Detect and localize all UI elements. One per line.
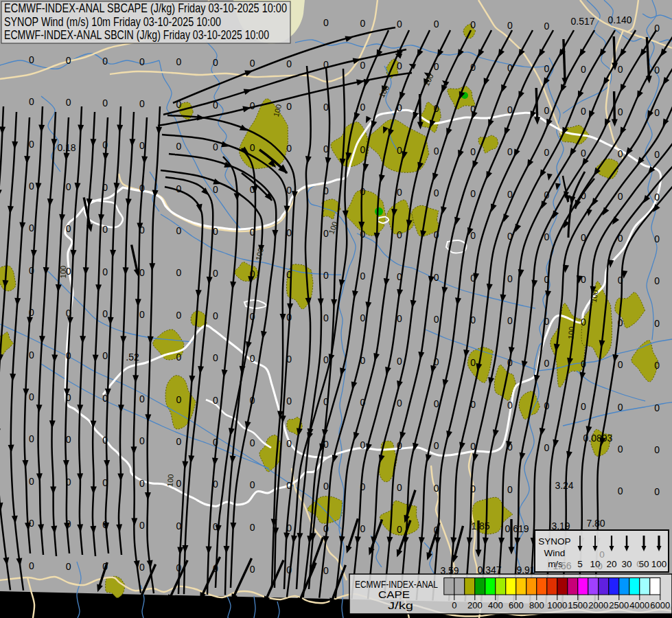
- svg-text:0: 0: [176, 352, 182, 363]
- svg-text:.52: .52: [126, 352, 139, 363]
- svg-text:0: 0: [581, 401, 586, 412]
- svg-text:Wind: Wind: [544, 548, 566, 558]
- svg-text:0: 0: [544, 358, 550, 369]
- svg-text:0: 0: [581, 64, 586, 75]
- svg-text:0: 0: [654, 149, 660, 160]
- svg-text:0: 0: [176, 436, 182, 447]
- svg-text:0: 0: [470, 314, 476, 325]
- svg-text:1000: 1000: [547, 600, 567, 610]
- svg-text:0: 0: [507, 20, 513, 31]
- svg-text:0: 0: [397, 145, 402, 156]
- svg-text:0: 0: [102, 393, 108, 404]
- svg-text:0: 0: [544, 147, 550, 158]
- svg-text:0: 0: [470, 19, 476, 30]
- svg-text:0: 0: [434, 525, 439, 536]
- svg-text:0: 0: [213, 563, 218, 574]
- svg-text:0: 0: [213, 521, 218, 532]
- svg-text:0: 0: [139, 267, 145, 278]
- svg-text:0: 0: [176, 394, 182, 405]
- svg-text:0: 0: [176, 267, 182, 278]
- svg-text:0: 0: [507, 189, 513, 200]
- svg-text:0: 0: [434, 272, 439, 283]
- svg-text:0: 0: [66, 518, 71, 529]
- svg-text:0: 0: [29, 139, 34, 150]
- svg-text:0: 0: [470, 273, 476, 284]
- svg-text:0: 0: [323, 565, 329, 576]
- svg-text:2000: 2000: [588, 600, 608, 610]
- svg-text:0.140: 0.140: [607, 14, 632, 25]
- svg-text:0: 0: [654, 65, 660, 76]
- svg-text:0.18: 0.18: [57, 142, 76, 153]
- svg-text:0: 0: [360, 397, 366, 408]
- svg-text:0: 0: [581, 190, 586, 201]
- svg-text:0: 0: [213, 57, 218, 68]
- svg-text:0: 0: [397, 482, 402, 493]
- svg-text:0: 0: [213, 310, 218, 321]
- svg-text:100: 100: [165, 474, 175, 487]
- svg-text:0: 0: [434, 398, 439, 409]
- svg-text:0: 0: [213, 268, 218, 279]
- svg-text:0: 0: [176, 225, 182, 236]
- svg-text:0: 0: [250, 437, 255, 448]
- svg-text:0: 0: [618, 402, 623, 413]
- svg-text:0: 0: [250, 142, 255, 153]
- svg-text:0: 0: [102, 308, 108, 319]
- svg-text:0: 0: [139, 435, 145, 446]
- svg-text:0: 0: [618, 106, 623, 117]
- svg-text:0: 0: [139, 140, 145, 151]
- svg-text:100: 100: [651, 559, 667, 569]
- svg-text:600: 600: [509, 600, 524, 610]
- svg-text:0: 0: [618, 148, 623, 159]
- svg-text:0: 0: [397, 19, 402, 30]
- svg-text:0: 0: [434, 103, 439, 114]
- svg-text:0: 0: [654, 486, 660, 497]
- svg-text:0: 0: [29, 54, 34, 65]
- svg-text:0: 0: [654, 402, 660, 413]
- svg-text:0: 0: [213, 141, 218, 152]
- svg-text:0: 0: [29, 391, 34, 402]
- svg-text:0: 0: [636, 559, 642, 569]
- svg-text:0: 0: [213, 184, 218, 195]
- svg-text:0: 0: [102, 139, 108, 150]
- svg-text:0: 0: [29, 307, 34, 318]
- svg-text:0: 0: [29, 181, 34, 192]
- svg-text:0: 0: [29, 476, 34, 487]
- svg-text:0: 0: [470, 230, 476, 241]
- svg-text:0: 0: [618, 64, 623, 75]
- svg-text:0: 0: [470, 104, 476, 115]
- svg-text:J/kg: J/kg: [388, 600, 413, 611]
- svg-text:0: 0: [139, 393, 145, 404]
- svg-text:0: 0: [654, 444, 660, 455]
- svg-text:0: 0: [250, 353, 255, 364]
- svg-text:0: 0: [29, 222, 34, 233]
- svg-text:0: 0: [250, 564, 255, 575]
- svg-text:0: 0: [286, 438, 292, 449]
- svg-text:200: 200: [467, 600, 483, 610]
- svg-text:0: 0: [66, 308, 71, 319]
- svg-text:0: 0: [618, 275, 623, 286]
- svg-text:0: 0: [654, 360, 660, 371]
- svg-text:0: 0: [581, 274, 586, 285]
- svg-text:0: 0: [654, 275, 660, 286]
- svg-text:0: 0: [397, 524, 402, 535]
- svg-text:0: 0: [434, 19, 439, 30]
- svg-text:0: 0: [434, 356, 439, 367]
- svg-text:0: 0: [581, 232, 586, 243]
- svg-text:0: 0: [507, 273, 513, 284]
- svg-text:0: 0: [507, 357, 513, 368]
- svg-text:0: 0: [323, 396, 329, 407]
- svg-text:0: 0: [397, 313, 402, 324]
- svg-text:0: 0: [470, 483, 476, 494]
- svg-text:1.85: 1.85: [471, 520, 489, 531]
- svg-text:0: 0: [360, 355, 366, 366]
- svg-text:0: 0: [360, 60, 366, 71]
- svg-text:0: 0: [323, 481, 329, 492]
- svg-text:0: 0: [581, 148, 586, 159]
- svg-text:0: 0: [176, 56, 182, 67]
- svg-text:0: 0: [507, 104, 513, 115]
- svg-text:0: 0: [597, 561, 603, 571]
- svg-text:0: 0: [618, 317, 623, 328]
- svg-text:0: 0: [654, 318, 660, 329]
- svg-text:0: 0: [397, 229, 402, 240]
- svg-text:0: 0: [139, 309, 145, 320]
